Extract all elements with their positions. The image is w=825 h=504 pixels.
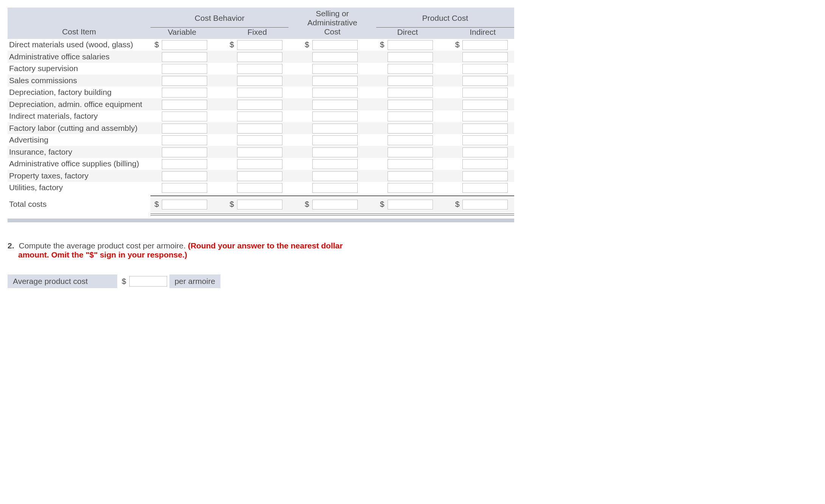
row-input-sa[interactable] [312, 88, 358, 98]
row-input-indirect[interactable] [462, 52, 508, 62]
row-sign-variable [150, 87, 160, 99]
totals-double-rule [8, 214, 514, 216]
row-sign-direct [376, 134, 386, 146]
avg-input[interactable] [129, 276, 167, 287]
row-input-variable[interactable] [162, 135, 207, 145]
row-input-indirect[interactable] [462, 40, 508, 50]
row-input-fixed[interactable] [237, 159, 282, 169]
row-input-fixed[interactable] [237, 183, 282, 193]
row-input-fixed[interactable] [237, 112, 282, 121]
row-sign-fixed [226, 122, 236, 134]
row-input-direct[interactable] [388, 135, 433, 145]
row-input-fixed[interactable] [237, 171, 282, 181]
row-input-sa[interactable] [312, 112, 358, 121]
row-sign-indirect: $ [451, 39, 461, 51]
row-input-fixed[interactable] [237, 52, 282, 62]
row-sign-fixed [226, 87, 236, 99]
row-sign-indirect [451, 122, 461, 134]
row-input-indirect[interactable] [462, 135, 508, 145]
row-input-variable[interactable] [162, 147, 207, 157]
row-sign-sa [301, 110, 311, 123]
totals-input-variable[interactable] [162, 200, 207, 209]
row-input-direct[interactable] [388, 183, 433, 193]
row-input-direct[interactable] [388, 112, 433, 121]
row-input-sa[interactable] [312, 100, 358, 110]
row-input-direct[interactable] [388, 88, 433, 98]
row-input-direct[interactable] [388, 147, 433, 157]
row-sign-direct [376, 158, 386, 170]
totals-row: Total costs $ $ $ $ $ [8, 197, 514, 212]
row-sign-direct [376, 122, 386, 134]
row-input-sa[interactable] [312, 183, 358, 193]
row-sign-indirect [451, 134, 461, 146]
row-input-sa[interactable] [312, 76, 358, 86]
row-input-fixed[interactable] [237, 76, 282, 86]
row-sign-sa [301, 51, 311, 63]
row-input-direct[interactable] [388, 171, 433, 181]
row-input-indirect[interactable] [462, 183, 508, 193]
row-input-sa[interactable] [312, 64, 358, 74]
totals-input-fixed[interactable] [237, 200, 282, 209]
q2-red-1: (Round your answer to the nearest dollar [188, 241, 343, 250]
row-input-indirect[interactable] [462, 88, 508, 98]
row-input-variable[interactable] [162, 52, 207, 62]
row-input-fixed[interactable] [237, 64, 282, 74]
row-input-indirect[interactable] [462, 159, 508, 169]
row-input-variable[interactable] [162, 88, 207, 98]
totals-input-sa[interactable] [312, 200, 358, 209]
totals-input-indirect[interactable] [462, 200, 508, 209]
table-row: Administrative office salaries [8, 51, 514, 63]
row-input-direct[interactable] [388, 40, 433, 50]
row-input-sa[interactable] [312, 171, 358, 181]
row-input-fixed[interactable] [237, 124, 282, 133]
table-row: Advertising [8, 134, 514, 146]
row-input-fixed[interactable] [237, 100, 282, 110]
row-input-indirect[interactable] [462, 171, 508, 181]
row-input-direct[interactable] [388, 52, 433, 62]
row-label: Indirect materials, factory [8, 110, 150, 123]
row-sign-sa [301, 182, 311, 194]
row-input-fixed[interactable] [237, 40, 282, 50]
row-input-variable[interactable] [162, 171, 207, 181]
row-sign-sa [301, 134, 311, 146]
row-input-fixed[interactable] [237, 88, 282, 98]
row-input-variable[interactable] [162, 64, 207, 74]
row-input-indirect[interactable] [462, 124, 508, 133]
row-input-fixed[interactable] [237, 135, 282, 145]
row-input-direct[interactable] [388, 100, 433, 110]
row-label: Sales commissions [8, 74, 150, 87]
row-sign-fixed [226, 74, 236, 87]
row-sign-fixed [226, 146, 236, 158]
table-row: Indirect materials, factory [8, 110, 514, 123]
row-input-variable[interactable] [162, 183, 207, 193]
row-input-indirect[interactable] [462, 64, 508, 74]
totals-sign-direct: $ [376, 197, 386, 212]
row-input-fixed[interactable] [237, 147, 282, 157]
row-sign-variable [150, 146, 160, 158]
totals-input-direct[interactable] [388, 200, 433, 209]
row-input-variable[interactable] [162, 100, 207, 110]
row-input-indirect[interactable] [462, 147, 508, 157]
row-input-direct[interactable] [388, 76, 433, 86]
row-input-sa[interactable] [312, 124, 358, 133]
row-input-variable[interactable] [162, 40, 207, 50]
row-sign-fixed [226, 110, 236, 123]
row-input-direct[interactable] [388, 124, 433, 133]
row-input-variable[interactable] [162, 124, 207, 133]
row-input-variable[interactable] [162, 76, 207, 86]
row-input-indirect[interactable] [462, 76, 508, 86]
row-sign-direct [376, 87, 386, 99]
average-product-cost-row: Average product cost $ per armoire [8, 274, 817, 288]
row-input-sa[interactable] [312, 147, 358, 157]
row-input-direct[interactable] [388, 159, 433, 169]
row-input-indirect[interactable] [462, 100, 508, 110]
row-input-sa[interactable] [312, 159, 358, 169]
row-input-sa[interactable] [312, 40, 358, 50]
row-input-variable[interactable] [162, 159, 207, 169]
row-input-direct[interactable] [388, 64, 433, 74]
row-input-indirect[interactable] [462, 112, 508, 121]
row-label: Depreciation, admin. office equipment [8, 98, 150, 110]
row-input-variable[interactable] [162, 112, 207, 121]
row-input-sa[interactable] [312, 52, 358, 62]
row-input-sa[interactable] [312, 135, 358, 145]
